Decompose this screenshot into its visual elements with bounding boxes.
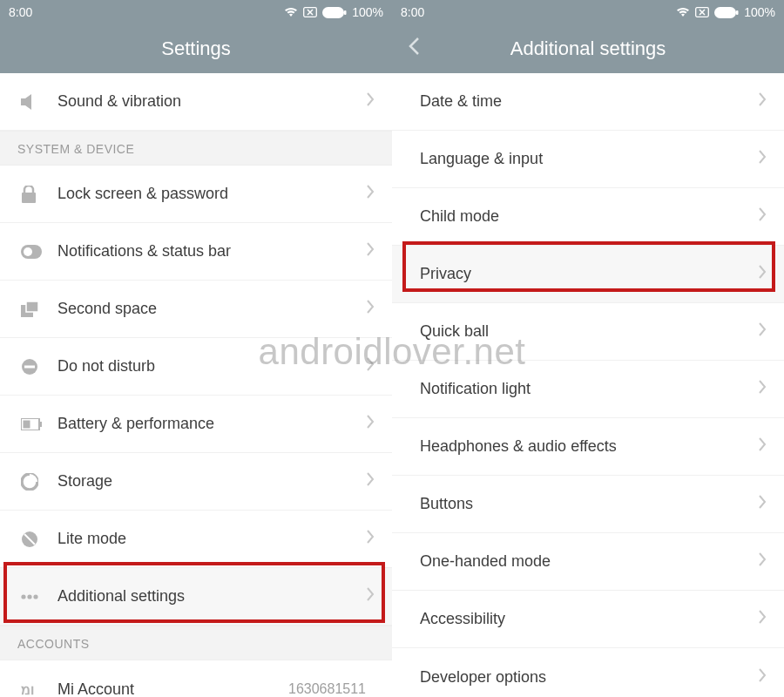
title-bar: Settings <box>0 24 392 73</box>
row-label: Mi Account <box>57 680 288 698</box>
row-label: Developer options <box>420 668 758 687</box>
page-title: Additional settings <box>510 37 666 60</box>
wifi-icon <box>284 7 298 17</box>
additional-settings-list: Date & time Language & input Child mode … <box>392 73 784 697</box>
chevron-right-icon <box>758 92 767 111</box>
cancel-box-icon <box>303 7 317 17</box>
cancel-box-icon <box>695 7 709 17</box>
chevron-right-icon <box>366 92 375 111</box>
svg-rect-11 <box>24 420 30 428</box>
status-icons: 100% <box>284 5 383 19</box>
chevron-right-icon <box>758 437 767 456</box>
row-accessibility[interactable]: Accessibility <box>392 591 784 648</box>
lock-icon <box>21 186 57 203</box>
svg-rect-3 <box>22 193 36 203</box>
chevron-right-icon <box>366 472 375 491</box>
svg-rect-9 <box>24 365 35 368</box>
row-buttons[interactable]: Buttons <box>392 476 784 533</box>
row-label: One-handed mode <box>420 552 758 571</box>
row-lock-screen[interactable]: Lock screen & password <box>0 166 392 223</box>
chevron-right-icon <box>366 587 375 606</box>
row-do-not-disturb[interactable]: Do not disturb <box>0 338 392 396</box>
battery-icon <box>714 7 739 18</box>
chevron-right-icon <box>758 265 767 283</box>
row-mi-account[interactable]: ומ Mi Account 1630681511 <box>0 660 392 697</box>
row-headphones[interactable]: Headphones & audio effects <box>392 418 784 476</box>
chevron-right-icon <box>366 357 375 376</box>
row-label: Language & input <box>420 150 758 168</box>
chevron-right-icon <box>758 207 767 226</box>
row-label: Date & time <box>420 92 758 111</box>
row-label: Notification light <box>420 380 758 398</box>
status-time: 8:00 <box>9 5 32 19</box>
chevron-right-icon <box>366 530 375 548</box>
page-title: Settings <box>161 37 231 60</box>
svg-rect-2 <box>344 10 347 15</box>
lite-mode-icon <box>21 531 57 548</box>
section-header-accounts: ACCOUNTS <box>0 626 392 660</box>
row-lite-mode[interactable]: Lite mode <box>0 511 392 568</box>
row-date-time[interactable]: Date & time <box>392 73 784 131</box>
section-header-system: SYSTEM & DEVICE <box>0 131 392 166</box>
status-time: 8:00 <box>401 5 424 19</box>
chevron-right-icon <box>758 150 767 168</box>
chevron-right-icon <box>366 185 375 203</box>
row-developer-options[interactable]: Developer options <box>392 648 784 697</box>
svg-point-15 <box>21 594 25 599</box>
svg-rect-1 <box>322 7 344 18</box>
chevron-right-icon <box>366 300 375 318</box>
row-label: Buttons <box>420 495 758 513</box>
row-second-space[interactable]: Second space <box>0 281 392 338</box>
svg-point-17 <box>33 594 37 599</box>
row-label: Additional settings <box>57 587 366 606</box>
row-additional-settings[interactable]: Additional settings <box>0 568 392 626</box>
battery-percentage: 100% <box>744 5 775 19</box>
chevron-right-icon <box>758 610 767 628</box>
row-label: Second space <box>57 300 366 318</box>
chevron-right-icon <box>366 242 375 261</box>
battery-icon <box>322 7 347 18</box>
speaker-icon <box>21 94 57 110</box>
row-label: Notifications & status bar <box>57 242 366 261</box>
row-one-handed[interactable]: One-handed mode <box>392 533 784 591</box>
svg-rect-12 <box>39 422 42 427</box>
back-button[interactable] <box>408 37 420 61</box>
svg-rect-19 <box>714 7 736 18</box>
row-label: Sound & vibration <box>57 92 366 111</box>
row-label: Child mode <box>420 207 758 226</box>
chevron-right-icon <box>758 380 767 398</box>
svg-point-16 <box>27 594 31 599</box>
chevron-right-icon <box>758 552 767 571</box>
row-label: Storage <box>57 472 366 491</box>
svg-rect-20 <box>736 10 739 15</box>
row-label: Lite mode <box>57 530 366 548</box>
row-notification-light[interactable]: Notification light <box>392 361 784 418</box>
row-storage[interactable]: Storage <box>0 453 392 511</box>
row-label: Lock screen & password <box>57 185 366 203</box>
row-battery[interactable]: Battery & performance <box>0 396 392 453</box>
windows-icon <box>21 301 57 317</box>
row-label: Privacy <box>420 265 758 283</box>
chevron-right-icon <box>758 668 767 687</box>
wifi-icon <box>676 7 690 17</box>
row-quick-ball[interactable]: Quick ball <box>392 303 784 361</box>
row-language-input[interactable]: Language & input <box>392 131 784 188</box>
row-label: Do not disturb <box>57 357 366 376</box>
chevron-right-icon <box>758 322 767 341</box>
row-child-mode[interactable]: Child mode <box>392 188 784 246</box>
storage-icon <box>21 473 57 491</box>
row-privacy[interactable]: Privacy <box>392 246 784 303</box>
status-icons: 100% <box>676 5 775 19</box>
dnd-icon <box>21 358 57 376</box>
settings-panel-right: 8:00 100% Additional settings Date & tim… <box>392 0 784 697</box>
status-bar: 8:00 100% <box>0 0 392 24</box>
row-value: 1630681511 <box>288 681 366 697</box>
title-bar: Additional settings <box>392 24 784 73</box>
row-label: Quick ball <box>420 322 758 341</box>
status-bar: 8:00 100% <box>392 0 784 24</box>
more-dots-icon <box>21 594 57 599</box>
battery-percentage: 100% <box>352 5 383 19</box>
row-sound-vibration[interactable]: Sound & vibration <box>0 73 392 131</box>
row-label: Headphones & audio effects <box>420 437 758 456</box>
row-notifications[interactable]: Notifications & status bar <box>0 223 392 281</box>
